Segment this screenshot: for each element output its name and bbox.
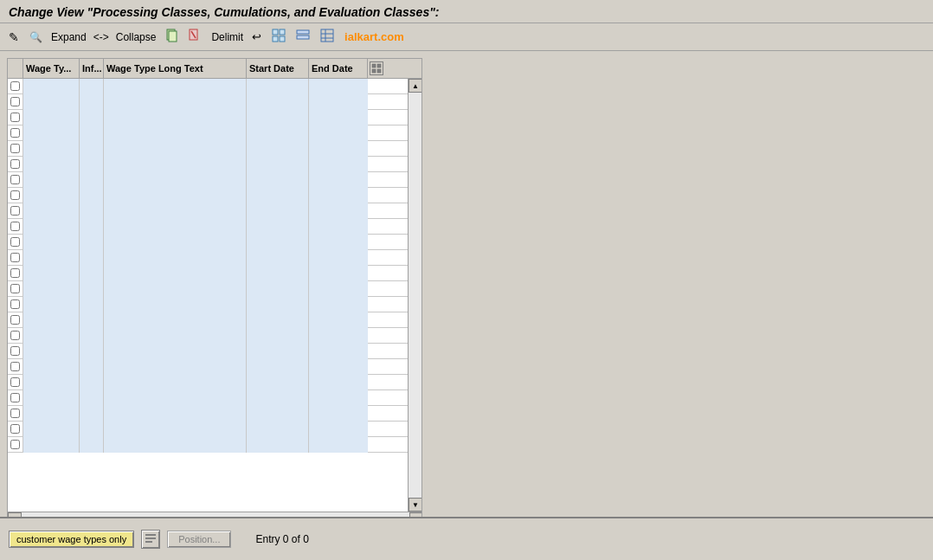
row-checkbox[interactable] [8, 126, 23, 140]
row-checkbox-input[interactable] [10, 315, 20, 325]
row-checkbox-input[interactable] [10, 409, 20, 418]
table-cell [104, 390, 247, 406]
table-row[interactable] [8, 437, 408, 453]
table-row[interactable] [8, 281, 408, 297]
row-checkbox[interactable] [8, 250, 23, 265]
scroll-up-button[interactable]: ▲ [409, 79, 421, 93]
row-checkbox-input[interactable] [10, 440, 20, 449]
row-checkbox-input[interactable] [10, 237, 20, 247]
table-row[interactable] [8, 359, 408, 375]
row-checkbox[interactable] [8, 219, 23, 234]
table-cell [247, 375, 309, 390]
table-row[interactable] [8, 250, 408, 266]
row-checkbox-input[interactable] [10, 362, 20, 371]
row-checkbox-input[interactable] [10, 346, 20, 356]
row-checkbox-input[interactable] [10, 159, 20, 169]
row-checkbox[interactable] [8, 172, 23, 187]
table-row[interactable] [8, 141, 408, 157]
table-cell [80, 437, 104, 453]
customer-wage-types-button[interactable]: customer wage types only [9, 531, 134, 548]
table-row[interactable] [8, 266, 408, 281]
svg-rect-19 [145, 537, 156, 539]
table-row[interactable] [8, 219, 408, 235]
table-row[interactable] [8, 110, 408, 126]
table-row[interactable] [8, 422, 408, 437]
search-button[interactable]: 🔍 [26, 29, 46, 45]
table-row[interactable] [8, 328, 408, 344]
position-icon-button[interactable] [141, 530, 160, 549]
row-checkbox-input[interactable] [10, 81, 20, 91]
row-checkbox[interactable] [8, 328, 23, 343]
row-checkbox[interactable] [8, 297, 23, 312]
table-row[interactable] [8, 188, 408, 203]
row-checkbox-input[interactable] [10, 113, 20, 122]
table-row[interactable] [8, 157, 408, 172]
expand-label[interactable]: Expand [49, 31, 88, 43]
row-checkbox[interactable] [8, 157, 23, 171]
scroll-down-button[interactable]: ▼ [409, 498, 421, 512]
row-checkbox[interactable] [8, 266, 23, 280]
undo-button[interactable]: ↩ [248, 29, 265, 45]
table-row[interactable] [8, 235, 408, 250]
grid2-icon [296, 29, 310, 45]
row-checkbox-input[interactable] [10, 206, 20, 216]
row-checkbox[interactable] [8, 375, 23, 389]
table-row[interactable] [8, 344, 408, 359]
row-checkbox[interactable] [8, 94, 23, 109]
row-checkbox[interactable] [8, 344, 23, 358]
table-row[interactable] [8, 172, 408, 188]
row-checkbox[interactable] [8, 312, 23, 327]
row-checkbox-input[interactable] [10, 299, 20, 309]
delimit-label[interactable]: Delimit [209, 31, 245, 43]
table-row[interactable] [8, 375, 408, 390]
row-checkbox-input[interactable] [10, 424, 20, 434]
svg-rect-6 [273, 36, 278, 42]
table-row[interactable] [8, 390, 408, 406]
column-settings-button[interactable] [368, 59, 385, 78]
scroll-track[interactable] [409, 93, 421, 498]
table-row[interactable] [8, 312, 408, 328]
row-checkbox-input[interactable] [10, 268, 20, 278]
table-cell [23, 219, 80, 235]
row-checkbox-input[interactable] [10, 331, 20, 340]
grid2-button[interactable] [293, 27, 313, 47]
row-checkbox[interactable] [8, 406, 23, 421]
row-checkbox[interactable] [8, 437, 23, 452]
row-checkbox[interactable] [8, 422, 23, 436]
row-checkbox-input[interactable] [10, 144, 20, 153]
table-row[interactable] [8, 79, 408, 94]
row-checkbox[interactable] [8, 79, 23, 93]
grid1-icon [272, 29, 286, 45]
table-row[interactable] [8, 203, 408, 219]
row-checkbox-input[interactable] [10, 97, 20, 106]
row-checkbox-input[interactable] [10, 393, 20, 402]
header-wagetype: Wage Ty... [23, 59, 80, 78]
row-checkbox-input[interactable] [10, 377, 20, 387]
row-checkbox[interactable] [8, 188, 23, 203]
row-checkbox-input[interactable] [10, 284, 20, 293]
row-checkbox-input[interactable] [10, 175, 20, 184]
row-checkbox-input[interactable] [10, 128, 20, 138]
table-row[interactable] [8, 406, 408, 422]
row-checkbox[interactable] [8, 141, 23, 156]
row-checkbox-input[interactable] [10, 222, 20, 231]
row-checkbox[interactable] [8, 281, 23, 296]
collapse-label[interactable]: Collapse [114, 31, 158, 43]
row-checkbox[interactable] [8, 203, 23, 218]
copy-button[interactable] [161, 27, 182, 47]
grid1-button[interactable] [268, 27, 289, 47]
table-row[interactable] [8, 126, 408, 141]
row-checkbox-input[interactable] [10, 190, 20, 200]
grid3-button[interactable] [317, 27, 338, 47]
edit-button[interactable]: ✎ [5, 29, 23, 46]
vertical-scrollbar[interactable]: ▲ ▼ [408, 79, 421, 512]
row-checkbox[interactable] [8, 359, 23, 374]
table-row[interactable] [8, 297, 408, 312]
table-row[interactable] [8, 94, 408, 110]
delete-button[interactable] [185, 27, 206, 47]
row-checkbox-input[interactable] [10, 253, 20, 262]
position-button[interactable]: Position... [167, 531, 231, 548]
row-checkbox[interactable] [8, 235, 23, 249]
row-checkbox[interactable] [8, 110, 23, 125]
row-checkbox[interactable] [8, 390, 23, 405]
